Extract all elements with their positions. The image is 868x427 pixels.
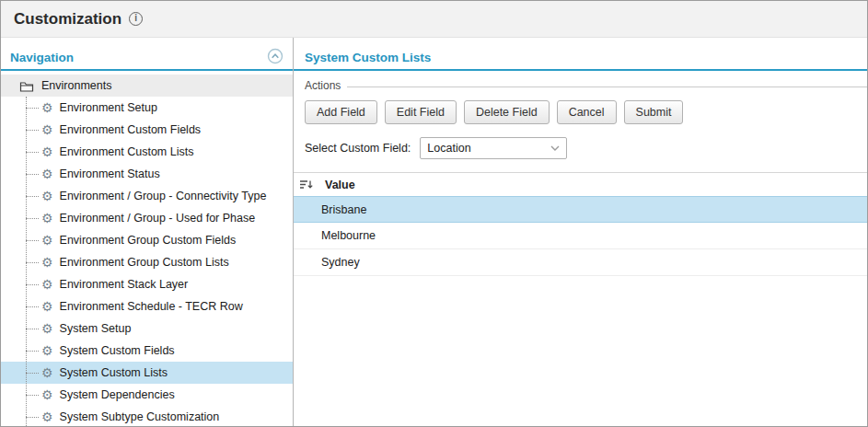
gear-icon: ⚙ xyxy=(41,145,53,158)
gear-icon: ⚙ xyxy=(41,344,53,357)
sidebar-item-system-subtype-customization[interactable]: ⚙ System Subtype Customization xyxy=(1,406,293,426)
gear-icon: ⚙ xyxy=(41,167,53,180)
table-row[interactable]: Sydney xyxy=(294,249,867,276)
sidebar-item-system-custom-fields[interactable]: ⚙ System Custom Fields xyxy=(1,340,293,362)
gear-icon: ⚙ xyxy=(41,410,53,423)
navigation-panel-header: Navigation xyxy=(1,38,293,71)
sidebar-item-label: Environment Status xyxy=(60,167,160,180)
collapse-panel-icon[interactable] xyxy=(267,48,284,64)
gear-icon: ⚙ xyxy=(41,234,53,247)
main-area: Navigation Environment xyxy=(1,38,867,426)
actions-divider xyxy=(347,87,867,87)
table-row[interactable]: Brisbane xyxy=(294,196,867,223)
submit-button[interactable]: Submit xyxy=(624,100,684,124)
sidebar-item-label: Environment / Group - Connectivity Type xyxy=(60,190,267,202)
sidebar-item-label: Environment Setup xyxy=(60,101,157,114)
page-header: Customization i xyxy=(1,1,867,38)
sidebar-item-label: Environment Group Custom Fields xyxy=(60,234,237,247)
gear-icon: ⚙ xyxy=(41,101,53,114)
tree-node-label: Environments xyxy=(41,79,111,92)
gear-icon: ⚙ xyxy=(41,366,53,379)
content-panel: System Custom Lists Actions Add Field Ed… xyxy=(294,38,867,426)
sidebar-item-label: System Custom Fields xyxy=(60,344,175,357)
sidebar-item-system-custom-lists[interactable]: ⚙ System Custom Lists xyxy=(1,362,293,384)
sidebar-item-environment-group-connectivity-type[interactable]: ⚙ Environment / Group - Connectivity Typ… xyxy=(1,185,293,207)
sidebar-item-environment-custom-fields[interactable]: ⚙ Environment Custom Fields xyxy=(1,119,293,141)
info-icon[interactable]: i xyxy=(129,12,143,26)
sidebar-item-environment-custom-lists[interactable]: ⚙ Environment Custom Lists xyxy=(1,141,293,163)
sidebar-item-label: Environment Stack Layer xyxy=(60,278,189,291)
gear-icon: ⚙ xyxy=(41,190,53,202)
sidebar-item-environment-group-used-for-phase[interactable]: ⚙ Environment / Group - Used for Phase xyxy=(1,207,293,229)
customization-window: Customization i Navigation xyxy=(0,0,868,427)
sidebar-item-label: System Dependencies xyxy=(60,388,175,401)
values-table-header: Value xyxy=(294,172,867,197)
sidebar-item-label: Environment Custom Fields xyxy=(60,123,202,136)
gear-icon: ⚙ xyxy=(41,278,53,291)
gear-icon: ⚙ xyxy=(41,300,53,313)
folder-icon xyxy=(19,80,34,92)
custom-field-select-value: Location xyxy=(427,142,470,155)
content-panel-title: System Custom Lists xyxy=(305,51,431,64)
tree-node-environments[interactable]: Environments xyxy=(1,75,293,97)
gear-icon: ⚙ xyxy=(41,388,53,401)
cancel-button[interactable]: Cancel xyxy=(557,100,617,124)
actions-group: Actions xyxy=(294,71,867,92)
sidebar-item-label: System Subtype Customization xyxy=(60,410,220,423)
sidebar-item-environment-stack-layer[interactable]: ⚙ Environment Stack Layer xyxy=(1,273,293,295)
sort-icon[interactable] xyxy=(299,179,313,190)
sidebar-item-label: Environment / Group - Used for Phase xyxy=(60,212,256,225)
navigation-panel: Navigation Environment xyxy=(1,38,294,426)
custom-field-select-row: Select Custom Field: Location xyxy=(294,124,867,159)
page-title: Customization xyxy=(14,10,122,29)
column-header-value[interactable]: Value xyxy=(325,179,355,191)
sidebar-item-environment-group-custom-lists[interactable]: ⚙ Environment Group Custom Lists xyxy=(1,251,293,273)
table-row[interactable]: Melbourne xyxy=(294,223,867,249)
sidebar-item-label: Environment Schedule - TECR Row xyxy=(60,300,243,313)
sidebar-item-system-setup[interactable]: ⚙ System Setup xyxy=(1,317,293,340)
add-field-button[interactable]: Add Field xyxy=(305,100,377,124)
edit-field-button[interactable]: Edit Field xyxy=(385,100,457,124)
gear-icon: ⚙ xyxy=(41,256,53,269)
tree-children: ⚙ Environment Setup ⚙ Environment Custom… xyxy=(1,97,293,426)
sidebar-item-environment-schedule-tecr-row[interactable]: ⚙ Environment Schedule - TECR Row xyxy=(1,295,293,317)
navigation-panel-title: Navigation xyxy=(10,51,74,64)
sidebar-item-system-dependencies[interactable]: ⚙ System Dependencies xyxy=(1,384,293,406)
gear-icon: ⚙ xyxy=(41,212,53,225)
gear-icon: ⚙ xyxy=(41,322,53,335)
gear-icon: ⚙ xyxy=(41,123,53,136)
actions-legend-label: Actions xyxy=(305,79,341,92)
sidebar-item-environment-status[interactable]: ⚙ Environment Status xyxy=(1,163,293,185)
custom-field-select[interactable]: Location xyxy=(420,137,567,159)
navigation-tree: Environments ⚙ Environment Setup ⚙ Envir… xyxy=(1,71,293,426)
sidebar-item-environment-group-custom-fields[interactable]: ⚙ Environment Group Custom Fields xyxy=(1,229,293,251)
custom-field-select-label: Select Custom Field: xyxy=(305,142,411,155)
sidebar-item-label: System Custom Lists xyxy=(60,366,168,379)
values-table: Value Brisbane Melbourne Sydney xyxy=(294,172,867,276)
sidebar-item-label: System Setup xyxy=(60,322,132,335)
delete-field-button[interactable]: Delete Field xyxy=(464,100,550,124)
sidebar-item-label: Environment Custom Lists xyxy=(60,145,194,158)
sidebar-item-label: Environment Group Custom Lists xyxy=(60,256,229,269)
content-panel-header: System Custom Lists xyxy=(294,38,867,71)
actions-toolbar: Add Field Edit Field Delete Field Cancel… xyxy=(294,92,867,124)
chevron-down-icon xyxy=(550,145,560,151)
sidebar-item-environment-setup[interactable]: ⚙ Environment Setup xyxy=(1,97,293,119)
